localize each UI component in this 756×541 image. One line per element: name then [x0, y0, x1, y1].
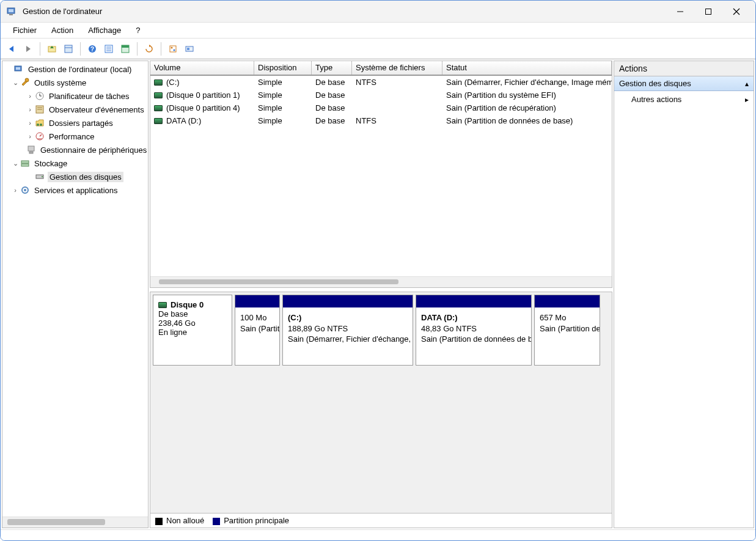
list-horizontal-scrollbar[interactable] — [150, 276, 612, 287]
options-button[interactable] — [182, 42, 197, 56]
up-button[interactable] — [45, 42, 59, 56]
graphical-disk-panel: Disque 0 De base 238,46 Go En ligne 100 … — [150, 292, 612, 528]
volume-row[interactable]: (Disque 0 partition 1)SimpleDe baseSain … — [150, 89, 612, 101]
actions-section-label: Gestion des disques — [619, 79, 691, 88]
partition-box[interactable]: 100 MoSain (Partition du système EFI) — [235, 295, 280, 366]
menu-aide[interactable]: ? — [128, 24, 147, 37]
volume-row[interactable]: DATA (D:)SimpleDe baseNTFSSain (Partitio… — [150, 114, 612, 127]
volume-type: De base — [312, 116, 352, 125]
actions-section-disks[interactable]: Gestion des disques — [614, 76, 754, 91]
actions-pane: Actions Gestion des disques Autres actio… — [614, 61, 754, 528]
settings-button[interactable] — [166, 42, 180, 56]
view-list-button[interactable] — [101, 42, 116, 56]
column-header-filesystem[interactable]: Système de fichiers — [352, 61, 442, 75]
volume-disposition: Simple — [254, 116, 312, 125]
volume-disposition: Simple — [254, 78, 312, 87]
svg-rect-22 — [187, 48, 189, 50]
tree-horizontal-scrollbar[interactable] — [2, 517, 148, 528]
partition-box[interactable]: 657 MoSain (Partition de récupération) — [534, 295, 600, 366]
help-button[interactable]: ? — [85, 42, 100, 56]
tree-content: Gestion de l'ordinateur (local) ⌄ Outils… — [2, 61, 148, 517]
volume-disposition: Simple — [254, 103, 312, 112]
graphical-empty-area — [150, 368, 612, 513]
svg-rect-37 — [28, 146, 34, 151]
tree-gest-periph[interactable]: Gestionnaire de périphériques — [2, 143, 148, 156]
partition-size: 188,89 Go NTFS — [288, 323, 408, 334]
actions-item-other[interactable]: Autres actions — [614, 91, 754, 108]
refresh-button[interactable] — [142, 42, 156, 56]
partition-status: Sain (Partition du système EFI) — [240, 323, 274, 334]
disk-mgmt-icon — [34, 171, 45, 182]
separator — [80, 42, 81, 56]
partition-box[interactable]: (C:)188,89 Go NTFSSain (Démarrer, Fichie… — [282, 295, 413, 366]
forward-button[interactable] — [21, 42, 35, 56]
tree-dossiers[interactable]: › Dossiers partagés — [2, 116, 148, 130]
menubar: Fichier Action Affichage ? — [1, 23, 755, 39]
partition-box[interactable]: DATA (D:)48,83 Go NTFSSain (Partition de… — [416, 295, 532, 366]
scrollbar-thumb[interactable] — [7, 519, 105, 525]
scrollbar-thumb[interactable] — [159, 279, 398, 284]
expander-icon[interactable]: › — [26, 133, 34, 140]
volume-status: Sain (Partition de récupération) — [442, 103, 612, 112]
menu-affichage[interactable]: Affichage — [81, 24, 128, 37]
volume-status: Sain (Partition de données de base) — [442, 116, 612, 125]
expander-icon[interactable]: ⌄ — [11, 79, 20, 87]
tree-performance[interactable]: › Performance — [2, 130, 148, 143]
svg-rect-39 — [21, 161, 29, 163]
expander-icon[interactable]: › — [26, 106, 34, 113]
tree-planificateur[interactable]: › Planificateur de tâches — [2, 89, 148, 103]
svg-rect-18 — [170, 46, 176, 52]
volume-icon — [154, 118, 163, 124]
tree-root[interactable]: Gestion de l'ordinateur (local) — [2, 62, 148, 76]
svg-point-42 — [42, 176, 43, 177]
expander-icon[interactable]: › — [26, 119, 34, 127]
disk-header-box[interactable]: Disque 0 De base 238,46 Go En ligne — [153, 295, 232, 366]
submenu-icon — [745, 95, 749, 104]
back-button[interactable] — [4, 42, 19, 56]
expander-icon[interactable]: › — [26, 92, 34, 100]
column-header-type[interactable]: Type — [312, 61, 352, 75]
partition-label: DATA (D:) — [421, 312, 526, 323]
disk-row: Disque 0 De base 238,46 Go En ligne 100 … — [150, 292, 612, 368]
properties-button[interactable] — [61, 42, 76, 56]
shared-folder-icon — [34, 117, 45, 128]
volume-status: Sain (Partition du système EFI) — [442, 90, 612, 100]
center-pane: Volume Disposition Type Système de fichi… — [150, 61, 612, 528]
volume-type: De base — [312, 103, 352, 112]
column-header-volume[interactable]: Volume — [150, 61, 254, 75]
performance-icon — [34, 131, 45, 142]
column-header-disposition[interactable]: Disposition — [254, 61, 312, 75]
tree-label: Outils système — [33, 78, 87, 87]
column-header-status[interactable]: Statut — [442, 61, 612, 75]
volume-icon — [154, 92, 163, 98]
volume-row[interactable]: (C:)SimpleDe baseNTFSSain (Démarrer, Fic… — [150, 76, 612, 89]
minimize-button[interactable] — [666, 1, 694, 23]
clock-icon — [34, 90, 45, 101]
partition-stripe — [416, 295, 531, 307]
disk-name: Disque 0 — [171, 300, 204, 309]
close-button[interactable] — [722, 1, 750, 23]
svg-point-32 — [37, 123, 39, 126]
menu-fichier[interactable]: Fichier — [6, 24, 44, 37]
tree-outils-systeme[interactable]: ⌄ Outils système — [2, 76, 148, 89]
tree-label: Gestion des disques — [48, 172, 123, 182]
partition-size: 100 Mo — [240, 312, 274, 323]
tree-stockage[interactable]: ⌄ Stockage — [2, 156, 148, 170]
svg-rect-17 — [122, 45, 129, 48]
legend-bar: Non alloué Partition principale — [150, 513, 612, 528]
maximize-button[interactable] — [694, 1, 722, 23]
expander-icon[interactable]: › — [11, 186, 20, 194]
volume-row[interactable]: (Disque 0 partition 4)SimpleDe baseSain … — [150, 101, 612, 114]
tree-services[interactable]: › Services et applications — [2, 183, 148, 197]
tree-observateur[interactable]: › Observateur d'événements — [2, 103, 148, 116]
partition-status: Sain (Partition de données de base) — [421, 334, 526, 345]
view-top-button[interactable] — [118, 42, 133, 56]
expander-icon[interactable]: ⌄ — [11, 160, 20, 167]
partition-label: (C:) — [288, 312, 408, 323]
volume-name: (Disque 0 partition 4) — [166, 103, 240, 112]
menu-action[interactable]: Action — [44, 24, 81, 37]
tree-label: Services et applications — [33, 186, 119, 195]
computer-icon — [13, 64, 24, 75]
volume-list-header: Volume Disposition Type Système de fichi… — [150, 61, 612, 76]
tree-gestion-disques[interactable]: Gestion des disques — [2, 170, 148, 183]
